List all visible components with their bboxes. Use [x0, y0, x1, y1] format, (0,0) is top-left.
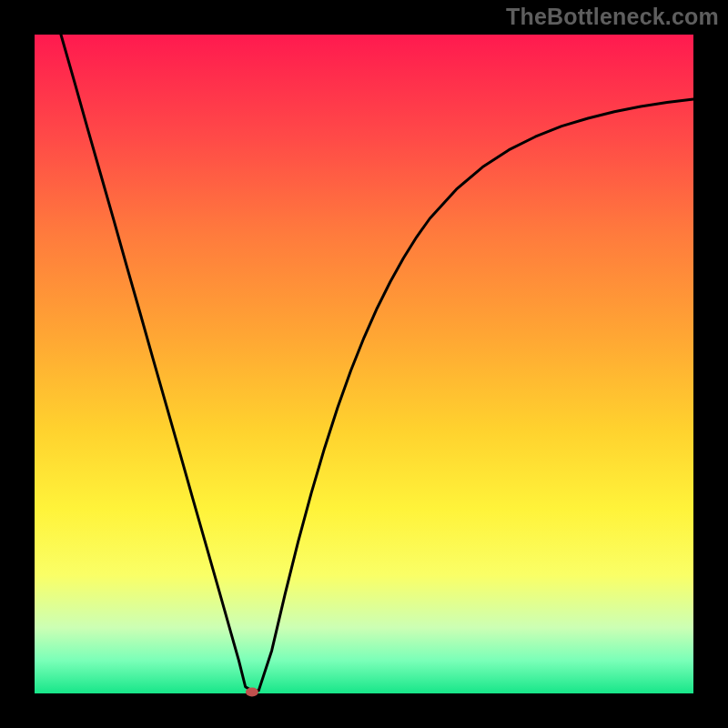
- optimal-point-marker: [246, 688, 258, 697]
- plot-background: [35, 35, 693, 693]
- chart-frame: TheBottleneck.com: [0, 0, 728, 728]
- bottleneck-chart: [0, 0, 728, 728]
- watermark-text: TheBottleneck.com: [506, 4, 719, 30]
